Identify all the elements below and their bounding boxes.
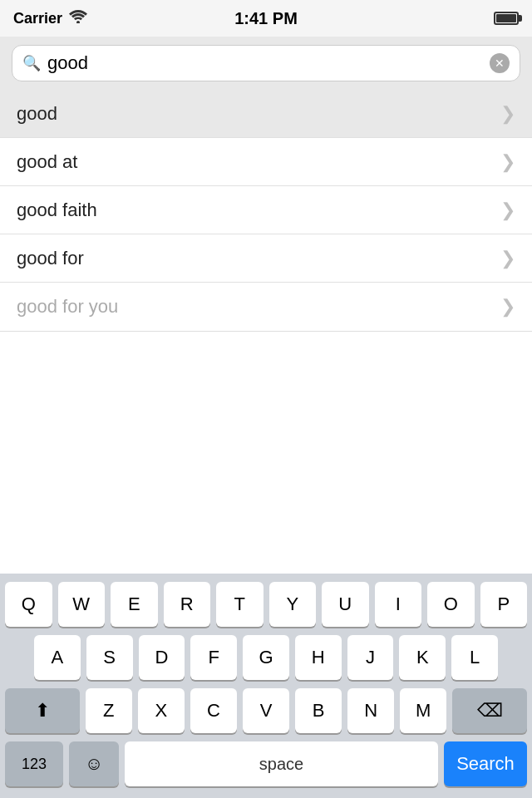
chevron-icon: ❯ xyxy=(500,151,515,173)
space-key[interactable]: space xyxy=(125,741,438,786)
key-n[interactable]: N xyxy=(347,688,394,733)
search-bar: 🔍 ✕ xyxy=(0,37,532,90)
key-w[interactable]: W xyxy=(58,582,106,627)
suggestions-list: good ❯ good at ❯ good faith ❯ good for ❯… xyxy=(0,90,532,332)
key-b[interactable]: B xyxy=(295,688,342,733)
chevron-icon: ❯ xyxy=(500,103,515,125)
key-z[interactable]: Z xyxy=(86,688,132,733)
suggestion-item[interactable]: good for ❯ xyxy=(0,234,532,283)
search-icon: 🔍 xyxy=(22,54,41,72)
search-button[interactable]: Search xyxy=(444,741,527,786)
key-e[interactable]: E xyxy=(111,582,158,627)
delete-icon: ⌫ xyxy=(477,700,503,722)
keyboard-row-2: A S D F G H J K L xyxy=(5,635,527,680)
carrier-label: Carrier xyxy=(13,10,62,27)
clear-button[interactable]: ✕ xyxy=(490,53,510,73)
suggestion-text: good for xyxy=(17,248,84,269)
suggestion-item[interactable]: good ❯ xyxy=(0,90,532,138)
emoji-key[interactable]: ☺ xyxy=(69,741,119,786)
status-time: 1:41 PM xyxy=(234,9,298,28)
shift-key[interactable]: ⬆ xyxy=(5,688,80,733)
wifi-icon xyxy=(69,10,87,27)
key-t[interactable]: T xyxy=(216,582,264,627)
key-r[interactable]: R xyxy=(164,582,211,627)
suggestion-item[interactable]: good for you ❯ xyxy=(0,283,532,331)
status-bar: Carrier 1:41 PM xyxy=(0,0,532,37)
key-c[interactable]: C xyxy=(190,688,237,733)
suggestion-item[interactable]: good at ❯ xyxy=(0,138,532,186)
key-p[interactable]: P xyxy=(480,582,528,627)
key-o[interactable]: O xyxy=(427,582,475,627)
search-input[interactable] xyxy=(47,52,483,74)
key-y[interactable]: Y xyxy=(269,582,317,627)
keyboard-row-3: ⬆ Z X C V B N M ⌫ xyxy=(5,688,527,733)
key-l[interactable]: L xyxy=(451,635,498,680)
key-k[interactable]: K xyxy=(399,635,446,680)
chevron-icon: ❯ xyxy=(500,296,515,318)
num-key[interactable]: 123 xyxy=(5,741,63,786)
chevron-icon: ❯ xyxy=(500,248,515,269)
key-a[interactable]: A xyxy=(34,635,81,680)
suggestion-text: good xyxy=(17,103,57,125)
suggestion-item[interactable]: good faith ❯ xyxy=(0,186,532,234)
suggestion-text: good for you xyxy=(17,296,118,318)
key-d[interactable]: D xyxy=(139,635,185,680)
search-bar-inner: 🔍 ✕ xyxy=(12,45,520,81)
key-v[interactable]: V xyxy=(243,688,289,733)
battery-icon xyxy=(494,12,519,25)
key-j[interactable]: J xyxy=(347,635,394,680)
key-f[interactable]: F xyxy=(190,635,237,680)
space-label: space xyxy=(259,755,303,774)
search-button-label: Search xyxy=(456,753,515,775)
key-q[interactable]: Q xyxy=(5,582,52,627)
key-i[interactable]: I xyxy=(375,582,422,627)
keyboard: Q W E R T Y U I O P A S D F G H J K L xyxy=(0,574,532,798)
keyboard-row-1: Q W E R T Y U I O P xyxy=(5,582,527,627)
delete-key[interactable]: ⌫ xyxy=(452,688,527,733)
key-s[interactable]: S xyxy=(86,635,133,680)
chevron-icon: ❯ xyxy=(500,200,515,221)
key-m[interactable]: M xyxy=(400,688,446,733)
key-g[interactable]: G xyxy=(243,635,289,680)
keyboard-bottom-row: 123 ☺ space Search xyxy=(0,733,532,798)
svg-point-0 xyxy=(76,21,80,23)
num-label: 123 xyxy=(22,756,47,773)
carrier-wifi: Carrier xyxy=(13,10,87,27)
status-right xyxy=(494,12,519,25)
suggestion-text: good faith xyxy=(17,200,97,221)
key-h[interactable]: H xyxy=(295,635,342,680)
shift-icon: ⬆ xyxy=(35,700,50,722)
key-u[interactable]: U xyxy=(322,582,369,627)
key-x[interactable]: X xyxy=(138,688,185,733)
suggestion-text: good at xyxy=(17,151,77,173)
emoji-icon: ☺ xyxy=(85,753,103,775)
